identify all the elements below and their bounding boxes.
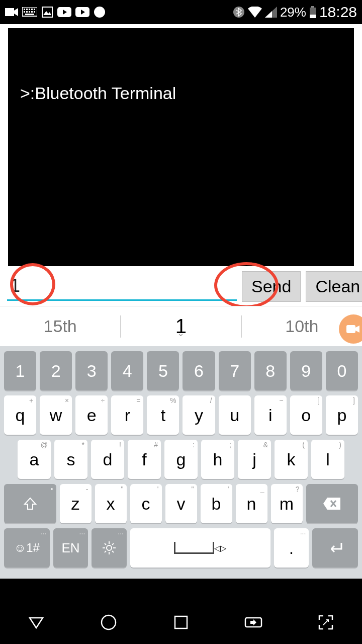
key-2[interactable]: 2 — [40, 351, 72, 390]
terminal-wrapper: >:Bluetooth Terminal — [0, 24, 362, 266]
key-m[interactable]: m? — [271, 484, 303, 523]
period-key-label: . — [289, 538, 294, 558]
key-u[interactable]: u — [219, 395, 251, 435]
language-key[interactable]: EN ··· — [53, 528, 88, 568]
key-sup: ÷ — [101, 396, 105, 405]
spacebar-key[interactable]: ◁ ▷ — [130, 528, 270, 568]
svg-rect-32 — [175, 616, 187, 628]
key-g[interactable]: g: — [164, 440, 198, 479]
command-input[interactable] — [7, 272, 237, 301]
bluetooth-icon — [233, 6, 245, 18]
sym-sup: ··· — [41, 529, 47, 537]
suggestion-left[interactable]: 15th — [0, 316, 120, 336]
svg-rect-0 — [5, 8, 14, 16]
key-h[interactable]: h; — [201, 440, 234, 479]
key-sup: / — [210, 396, 212, 405]
key-s[interactable]: s* — [54, 440, 87, 479]
app-area: >:Bluetooth Terminal Send Clean 15th 1 ⌄… — [0, 24, 362, 579]
svg-rect-4 — [29, 9, 30, 10]
key-sup: × — [65, 396, 69, 405]
key-sup: [ — [317, 396, 319, 405]
key-sup: + — [29, 396, 33, 405]
keyboard-row-bottom: ☺1# ··· EN ··· ··· ◁ ▷ . ··· — [4, 528, 358, 568]
svg-line-27 — [105, 543, 106, 545]
key-4[interactable]: 4 — [111, 351, 143, 390]
nav-recent-button[interactable] — [167, 608, 195, 636]
key-1[interactable]: 1 — [4, 351, 36, 390]
key-sup: @ — [41, 441, 48, 449]
youtube-icon — [57, 7, 71, 17]
svg-rect-10 — [31, 11, 33, 13]
suggestion-bar: 15th 1 ⌄ 10th — [0, 306, 362, 346]
key-z[interactable]: z- — [60, 484, 92, 523]
key-o[interactable]: o[ — [290, 395, 322, 435]
key-sup: ' — [228, 485, 229, 493]
key-j[interactable]: j& — [238, 440, 271, 479]
lang-sup: ··· — [79, 529, 85, 537]
nav-back-button[interactable] — [22, 608, 50, 636]
keyboard-row-numbers: 1234567890 — [4, 351, 358, 390]
key-w[interactable]: w× — [40, 395, 72, 435]
key-q[interactable]: q+ — [4, 395, 36, 435]
key-v[interactable]: v" — [165, 484, 197, 523]
terminal-output: >:Bluetooth Terminal — [8, 28, 354, 266]
key-x[interactable]: x" — [95, 484, 127, 523]
svg-rect-8 — [26, 11, 28, 13]
svg-point-22 — [107, 545, 112, 550]
key-b[interactable]: b' — [201, 484, 232, 523]
key-i[interactable]: i~ — [254, 395, 287, 435]
wifi-icon — [248, 7, 262, 18]
key-n[interactable]: n_ — [236, 484, 267, 523]
nav-home-button[interactable] — [95, 608, 123, 636]
key-t[interactable]: t% — [147, 395, 179, 435]
key-f[interactable]: f# — [128, 440, 161, 479]
clean-button[interactable]: Clean — [306, 271, 362, 302]
key-p[interactable]: p] — [326, 395, 358, 435]
key-6[interactable]: 6 — [183, 351, 215, 390]
key-sup: = — [136, 396, 140, 405]
key-l[interactable]: l) — [311, 440, 344, 479]
key-k[interactable]: k( — [275, 440, 308, 479]
key-a[interactable]: a@ — [18, 440, 51, 479]
key-0[interactable]: 0 — [326, 351, 358, 390]
key-r[interactable]: r= — [111, 395, 143, 435]
battery-percent: 29% — [280, 5, 306, 20]
svg-line-29 — [105, 551, 106, 552]
shift-key[interactable]: • — [4, 484, 56, 523]
key-8[interactable]: 8 — [254, 351, 287, 390]
key-9[interactable]: 9 — [290, 351, 322, 390]
svg-rect-12 — [25, 14, 34, 15]
key-d[interactable]: d! — [91, 440, 124, 479]
svg-point-16 — [94, 7, 105, 18]
period-key[interactable]: . ··· — [274, 528, 309, 568]
key-c[interactable]: c' — [130, 484, 162, 523]
key-sup: " — [192, 485, 194, 493]
key-sup: # — [154, 441, 158, 449]
nav-expand-button[interactable] — [312, 608, 340, 636]
enter-key[interactable] — [312, 528, 358, 568]
backspace-key[interactable] — [306, 484, 358, 523]
symbols-key[interactable]: ☺1# ··· — [4, 528, 50, 568]
key-y[interactable]: y/ — [183, 395, 215, 435]
keyboard: 1234567890 q+w×e÷r=t%y/ui~o[p] a@s*d!f#g… — [0, 346, 362, 579]
status-left — [5, 6, 106, 18]
svg-rect-5 — [31, 9, 33, 10]
floating-camera-button[interactable] — [339, 314, 362, 344]
settings-key[interactable]: ··· — [92, 528, 127, 568]
key-7[interactable]: 7 — [219, 351, 251, 390]
suggestion-middle[interactable]: 1 ⌄ — [121, 315, 241, 338]
svg-line-30 — [112, 543, 114, 545]
svg-rect-6 — [34, 9, 35, 10]
keyboard-row-z: • z-x"c'v"b'n_m? — [4, 484, 358, 523]
key-5[interactable]: 5 — [147, 351, 179, 390]
send-button[interactable]: Send — [242, 271, 301, 302]
key-e[interactable]: e÷ — [75, 395, 108, 435]
battery-icon — [309, 6, 316, 18]
chevron-down-icon[interactable]: ⌄ — [177, 328, 185, 339]
key-sup: ) — [339, 441, 341, 449]
gear-icon — [102, 540, 117, 555]
nav-switch-button[interactable] — [239, 608, 267, 636]
key-sup: : — [193, 441, 195, 449]
key-3[interactable]: 3 — [75, 351, 108, 390]
youtube-icon-2 — [75, 7, 89, 17]
